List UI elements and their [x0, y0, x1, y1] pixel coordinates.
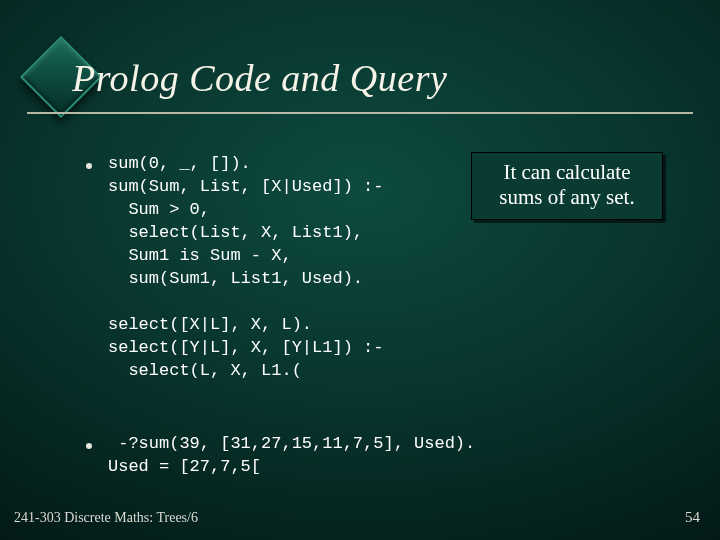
code-block-sum: sum(0, _, []). sum(Sum, List, [X|Used]) …: [108, 153, 383, 291]
bullet-icon: [86, 163, 92, 169]
code-block-query: -?sum(39, [31,27,15,11,7,5], Used). Used…: [108, 433, 475, 479]
footer-page-number: 54: [685, 509, 700, 526]
footer-course: 241-303 Discrete Maths: Trees/6: [14, 510, 198, 526]
bullet-icon: [86, 443, 92, 449]
callout-box: It can calculate sums of any set.: [471, 152, 663, 220]
slide-title: Prolog Code and Query: [72, 56, 447, 100]
title-underline: [27, 112, 693, 114]
code-block-select: select([X|L], X, L). select([Y|L], X, [Y…: [108, 314, 383, 383]
callout-text: It can calculate sums of any set.: [499, 160, 634, 209]
